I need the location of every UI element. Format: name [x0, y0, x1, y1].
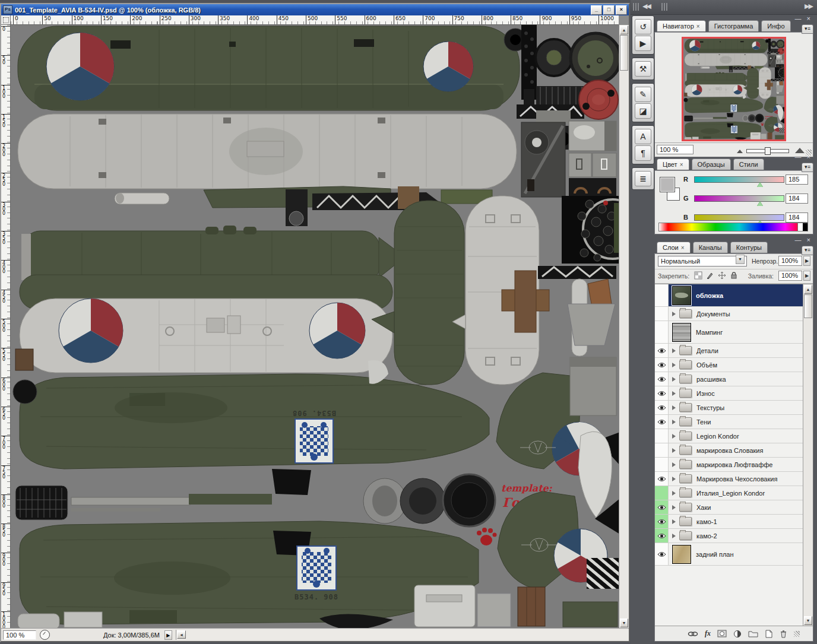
- layer-row[interactable]: Хаки: [655, 500, 803, 515]
- layer-visibility-toggle[interactable]: [655, 543, 669, 565]
- minimize-button[interactable]: _: [591, 5, 602, 15]
- paragraph-panel-icon[interactable]: ¶: [635, 145, 651, 161]
- layer-visibility-toggle[interactable]: [655, 344, 669, 357]
- scroll-up-button[interactable]: ▲: [804, 285, 812, 294]
- layer-row[interactable]: Детали: [655, 344, 803, 358]
- brushes-panel-icon[interactable]: ✎: [635, 87, 651, 102]
- fill-spinner-icon[interactable]: ▶: [803, 271, 810, 281]
- layer-name[interactable]: камо-2: [696, 532, 717, 540]
- layer-row[interactable]: Текстуры: [655, 401, 803, 415]
- layer-name[interactable]: Legion Kondor: [696, 433, 739, 440]
- expand-group-icon[interactable]: [672, 534, 676, 538]
- fill-field[interactable]: 100%: [778, 271, 802, 281]
- layer-name[interactable]: Хаки: [696, 504, 711, 511]
- layer-row[interactable]: Тени: [655, 415, 803, 429]
- scroll-down-button[interactable]: ▼: [620, 618, 628, 627]
- history-panel-icon[interactable]: ↺: [635, 19, 651, 34]
- tab-layers[interactable]: Слои×: [657, 242, 691, 253]
- layer-row[interactable]: Документы: [655, 307, 803, 321]
- layer-row[interactable]: маркировка Люфтваффе: [655, 458, 803, 472]
- blend-mode-dropdown-icon[interactable]: ▼: [736, 255, 745, 264]
- document-titlebar[interactable]: Ps 001_Template_AVIA B-534-IV.psd @ 100%…: [1, 4, 629, 15]
- layer-visibility-toggle[interactable]: [655, 486, 669, 500]
- layer-row[interactable]: Износ: [655, 386, 803, 401]
- vertical-scroll-thumb[interactable]: [620, 35, 628, 71]
- tab-channels[interactable]: Каналы: [693, 242, 728, 253]
- ruler-origin-corner[interactable]: [1, 15, 11, 25]
- tab-color[interactable]: Цвет×: [657, 158, 689, 170]
- panel-minimize-icon[interactable]: —: [795, 15, 803, 22]
- scroll-down-button[interactable]: ▼: [804, 616, 812, 625]
- expand-group-icon[interactable]: [672, 420, 676, 424]
- actions-panel-icon[interactable]: ▶: [635, 36, 651, 51]
- layer-visibility-toggle[interactable]: [655, 443, 669, 457]
- red-slider-thumb[interactable]: [757, 182, 763, 187]
- zoom-in-icon[interactable]: [795, 148, 805, 153]
- layer-visibility-toggle[interactable]: [655, 321, 669, 343]
- layer-row[interactable]: задний план: [655, 543, 803, 566]
- navigator-proxy-view[interactable]: [682, 37, 786, 141]
- adjustment-layer-icon[interactable]: [733, 630, 742, 638]
- expand-group-icon[interactable]: [672, 519, 676, 524]
- layer-name[interactable]: Тени: [696, 418, 711, 426]
- layer-name[interactable]: расшивка: [696, 376, 726, 383]
- expand-group-icon[interactable]: [672, 348, 676, 353]
- expand-group-icon[interactable]: [672, 405, 676, 410]
- layer-visibility-toggle[interactable]: [655, 372, 669, 386]
- layer-visibility-toggle[interactable]: [655, 515, 669, 528]
- canvas-viewport[interactable]: B534. 908: [11, 25, 619, 628]
- expand-group-icon[interactable]: [672, 434, 676, 439]
- zoom-level-field[interactable]: 100 %: [3, 630, 36, 640]
- status-menu-button[interactable]: ▶: [164, 630, 172, 640]
- tab-close-icon[interactable]: ×: [681, 245, 685, 251]
- navigator-zoom-slider[interactable]: [746, 149, 789, 153]
- layer-name[interactable]: Мампинг: [696, 329, 723, 336]
- panel-close-icon[interactable]: ×: [807, 15, 812, 22]
- color-spectrum-ramp[interactable]: [658, 223, 808, 231]
- layer-row[interactable]: расшивка: [655, 372, 803, 386]
- expand-group-icon[interactable]: [672, 363, 676, 367]
- opacity-field[interactable]: 100%: [778, 256, 802, 266]
- new-group-icon[interactable]: [748, 630, 758, 637]
- panel-close-icon[interactable]: ×: [807, 236, 812, 243]
- layer-name[interactable]: маркировка Люфтваффе: [696, 461, 772, 468]
- expand-dock-icon[interactable]: ▶▶: [805, 2, 812, 10]
- delete-layer-icon[interactable]: [780, 630, 787, 638]
- layer-name[interactable]: маркировка Словакия: [696, 447, 763, 454]
- layer-name[interactable]: Детали: [696, 347, 718, 354]
- collapse-dock-icon[interactable]: ◀◀: [642, 2, 650, 10]
- layer-comps-panel-icon[interactable]: ≣: [635, 171, 651, 186]
- maximize-button[interactable]: □: [603, 5, 615, 15]
- layer-row[interactable]: Италия_Legion Kondor: [655, 486, 803, 500]
- green-value-field[interactable]: 184: [786, 193, 808, 204]
- lock-pixels-icon[interactable]: [706, 271, 714, 280]
- tab-styles[interactable]: Стили: [733, 158, 764, 170]
- layer-row[interactable]: Мампинг: [655, 321, 803, 344]
- scroll-thumb[interactable]: [804, 294, 812, 318]
- add-layer-mask-icon[interactable]: [717, 630, 727, 637]
- layer-visibility-toggle[interactable]: [655, 429, 669, 443]
- layer-visibility-toggle[interactable]: [655, 472, 669, 486]
- layer-name[interactable]: камо-1: [696, 518, 717, 525]
- foreground-color-swatch[interactable]: [660, 177, 675, 192]
- layer-row[interactable]: Объём: [655, 358, 803, 372]
- scroll-up-button[interactable]: ▲: [620, 26, 628, 34]
- tab-close-icon[interactable]: ×: [696, 23, 700, 30]
- blue-value-field[interactable]: 184: [786, 212, 808, 223]
- vertical-scrollbar[interactable]: ▲ ▼: [619, 25, 629, 628]
- layer-row[interactable]: обложка: [655, 284, 803, 307]
- layer-visibility-toggle[interactable]: [655, 358, 669, 372]
- layer-name[interactable]: Италия_Legion Kondor: [696, 490, 765, 497]
- expand-group-icon[interactable]: [672, 312, 676, 316]
- character-panel-icon[interactable]: A: [635, 129, 651, 144]
- tab-navigator[interactable]: Навигатор×: [657, 20, 706, 31]
- expand-group-icon[interactable]: [672, 391, 676, 396]
- layer-visibility-toggle[interactable]: [655, 415, 669, 429]
- layer-name[interactable]: задний план: [696, 551, 734, 558]
- black-swatch[interactable]: [803, 223, 808, 231]
- layer-visibility-toggle[interactable]: [655, 500, 669, 514]
- layer-visibility-toggle[interactable]: [655, 307, 669, 321]
- expand-group-icon[interactable]: [672, 505, 676, 510]
- green-channel-slider[interactable]: [694, 195, 784, 202]
- link-layers-icon[interactable]: [688, 630, 698, 637]
